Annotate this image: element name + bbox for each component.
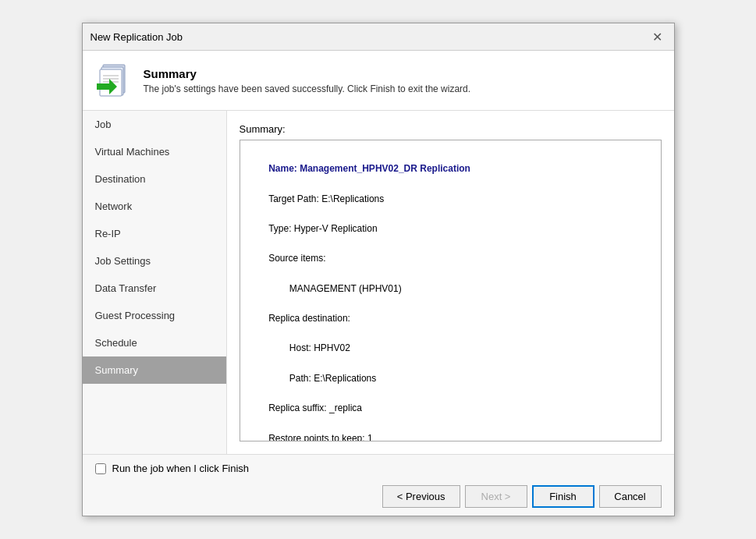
sidebar-item-virtual-machines[interactable]: Virtual Machines <box>83 138 226 165</box>
header-subtitle: The job's settings have been saved succe… <box>144 83 471 94</box>
button-row: < Previous Next > Finish Cancel <box>95 485 662 508</box>
sidebar-item-job-settings[interactable]: Job Settings <box>83 247 226 275</box>
summary-line-2: Type: Hyper-V Replication <box>268 223 377 234</box>
summary-line-4: MANAGEMENT (HPHV01) <box>268 283 401 294</box>
sidebar: Job Virtual Machines Destination Network… <box>83 111 227 454</box>
sidebar-item-network[interactable]: Network <box>83 193 226 220</box>
summary-line-5: Replica destination: <box>268 313 350 324</box>
sidebar-item-destination[interactable]: Destination <box>83 165 226 193</box>
summary-line-6: Host: HPHV02 <box>268 342 350 353</box>
header-title: Summary <box>144 67 471 80</box>
summary-line-1: Target Path: E:\Replications <box>268 193 384 204</box>
main-content: Summary: Name: Management_HPHV02_DR Repl… <box>227 111 674 454</box>
checkbox-row: Run the job when I click Finish <box>95 463 662 474</box>
previous-button[interactable]: < Previous <box>382 485 460 508</box>
summary-line-0: Name: Management_HPHV02_DR Replication <box>268 163 470 174</box>
sidebar-item-summary[interactable]: Summary <box>83 356 226 384</box>
sidebar-item-data-transfer[interactable]: Data Transfer <box>83 275 226 302</box>
body-section: Job Virtual Machines Destination Network… <box>83 111 674 454</box>
dialog-title: New Replication Job <box>91 31 183 43</box>
close-button[interactable]: ✕ <box>649 28 666 45</box>
sidebar-item-job[interactable]: Job <box>83 111 226 138</box>
sidebar-item-schedule[interactable]: Schedule <box>83 329 226 356</box>
summary-line-3: Source items: <box>268 253 325 264</box>
sidebar-item-re-ip[interactable]: Re-IP <box>83 220 226 247</box>
sidebar-item-guest-processing[interactable]: Guest Processing <box>83 302 226 329</box>
summary-box: Name: Management_HPHV02_DR Replication T… <box>240 140 662 441</box>
summary-line-7: Path: E:\Replications <box>268 373 376 384</box>
header-section: Summary The job's settings have been sav… <box>83 51 674 111</box>
title-bar: New Replication Job ✕ <box>83 23 674 51</box>
summary-line-9: Restore points to keep: 1 <box>268 433 372 441</box>
next-button[interactable]: Next > <box>465 485 527 508</box>
cancel-button[interactable]: Cancel <box>599 485 662 508</box>
new-replication-job-dialog: New Replication Job ✕ Summary The job's <box>82 23 675 516</box>
run-on-finish-label[interactable]: Run the job when I click Finish <box>112 463 250 474</box>
header-icon <box>95 62 133 99</box>
header-text: Summary The job's settings have been sav… <box>144 67 471 94</box>
summary-line-8: Replica suffix: _replica <box>268 402 362 413</box>
run-on-finish-checkbox[interactable] <box>95 463 106 474</box>
footer-section: Run the job when I click Finish < Previo… <box>83 454 674 516</box>
summary-label: Summary: <box>240 123 662 135</box>
finish-button[interactable]: Finish <box>532 485 595 508</box>
